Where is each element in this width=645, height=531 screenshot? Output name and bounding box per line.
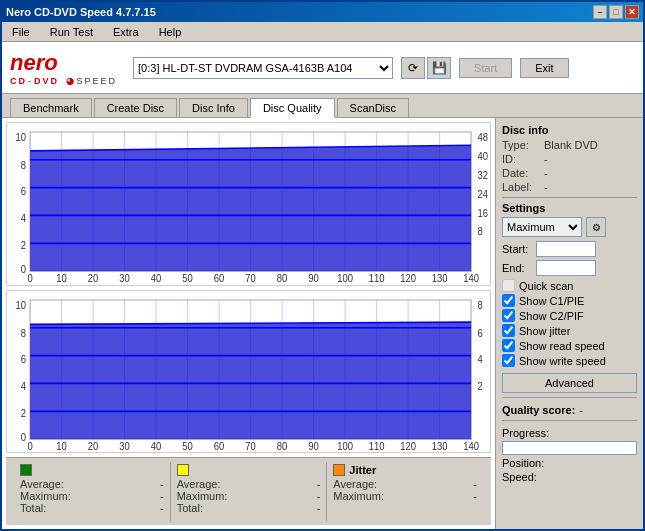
show-c1-checkbox[interactable]: [502, 294, 515, 307]
svg-text:100: 100: [337, 273, 353, 284]
start-input[interactable]: [536, 241, 596, 257]
svg-text:4: 4: [21, 213, 27, 224]
menu-run-test[interactable]: Run Test: [44, 24, 99, 40]
top-chart: 10 8 6 4 2 0 48 40 32 24 16 8: [6, 122, 491, 286]
svg-text:4: 4: [21, 380, 27, 391]
disc-type-label: Type:: [502, 139, 540, 151]
speed-select[interactable]: Maximum: [502, 217, 582, 237]
stat-title-3: Jitter: [349, 464, 376, 476]
tab-benchmark[interactable]: Benchmark: [10, 98, 92, 117]
header-icons: ⟳ 💾: [401, 57, 451, 79]
svg-text:70: 70: [245, 441, 256, 452]
right-panel: Disc info Type: Blank DVD ID: - Date: - …: [495, 118, 643, 529]
stat-max-label-1: Maximum:: [20, 490, 71, 502]
advanced-button[interactable]: Advanced: [502, 373, 637, 393]
svg-text:0: 0: [21, 264, 27, 275]
logo: nero CD-DVD ◕SPEED: [10, 50, 117, 86]
speed-label: Speed:: [502, 471, 537, 483]
tab-disc-info[interactable]: Disc Info: [179, 98, 248, 117]
stat-total-value-1: -: [160, 502, 164, 514]
drive-select-container[interactable]: [0:3] HL-DT-ST DVDRAM GSA-4163B A104: [133, 57, 393, 79]
disc-date-value: -: [544, 167, 548, 179]
show-jitter-checkbox[interactable]: [502, 324, 515, 337]
stat-color-1: [20, 464, 32, 476]
svg-text:110: 110: [369, 273, 385, 284]
logo-nero-text: nero: [10, 50, 58, 76]
svg-text:48: 48: [477, 132, 488, 143]
svg-text:10: 10: [15, 299, 26, 310]
svg-text:20: 20: [88, 441, 99, 452]
svg-text:60: 60: [214, 273, 225, 284]
progress-bar-container: [502, 441, 637, 455]
save-icon[interactable]: 💾: [427, 57, 451, 79]
stat-total-label-1: Total:: [20, 502, 46, 514]
settings-icon[interactable]: ⚙: [586, 217, 606, 237]
svg-text:50: 50: [182, 441, 193, 452]
stat-group-3: Jitter Average: - Maximum: -: [326, 462, 483, 521]
show-c2-label: Show C2/PIF: [519, 310, 584, 322]
svg-text:6: 6: [477, 327, 482, 338]
svg-marker-89: [30, 322, 471, 439]
menu-bar: File Run Test Extra Help: [2, 22, 643, 42]
menu-file[interactable]: File: [6, 24, 36, 40]
show-write-checkbox[interactable]: [502, 354, 515, 367]
minimize-button[interactable]: –: [593, 5, 607, 19]
refresh-icon[interactable]: ⟳: [401, 57, 425, 79]
svg-text:8: 8: [477, 226, 482, 237]
stat-max-value-2: -: [317, 490, 321, 502]
svg-text:10: 10: [15, 132, 26, 143]
settings-speed-row: Maximum ⚙: [502, 217, 637, 237]
menu-extra[interactable]: Extra: [107, 24, 145, 40]
quality-score-label: Quality score:: [502, 404, 575, 416]
stat-avg-label-1: Average:: [20, 478, 64, 490]
show-read-row: Show read speed: [502, 339, 637, 352]
show-c2-checkbox[interactable]: [502, 309, 515, 322]
end-input[interactable]: [536, 260, 596, 276]
start-button[interactable]: Start: [459, 58, 512, 78]
svg-text:90: 90: [308, 441, 319, 452]
svg-text:8: 8: [21, 159, 26, 170]
quick-scan-checkbox[interactable]: [502, 279, 515, 292]
svg-text:2: 2: [21, 407, 26, 418]
position-label: Position:: [502, 457, 544, 469]
maximize-button[interactable]: □: [609, 5, 623, 19]
title-bar: Nero CD-DVD Speed 4.7.7.15 – □ ✕: [2, 2, 643, 22]
show-read-label: Show read speed: [519, 340, 605, 352]
svg-text:40: 40: [151, 441, 162, 452]
top-chart-svg: 10 8 6 4 2 0 48 40 32 24 16 8: [7, 123, 490, 285]
tab-scan-disc[interactable]: ScanDisc: [337, 98, 409, 117]
progress-label: Progress:: [502, 427, 549, 439]
stat-max-value-3: -: [473, 490, 477, 502]
main-content: 10 8 6 4 2 0 48 40 32 24 16 8: [2, 118, 643, 529]
svg-text:120: 120: [400, 441, 416, 452]
stat-color-2: [177, 464, 189, 476]
svg-text:8: 8: [477, 299, 482, 310]
svg-text:120: 120: [400, 273, 416, 284]
menu-help[interactable]: Help: [153, 24, 188, 40]
tab-disc-quality[interactable]: Disc Quality: [250, 98, 335, 118]
stat-max-1: Maximum: -: [20, 490, 164, 502]
svg-text:4: 4: [477, 354, 483, 365]
start-input-row: Start:: [502, 241, 637, 257]
show-c2-row: Show C2/PIF: [502, 309, 637, 322]
svg-text:0: 0: [27, 441, 33, 452]
stat-total-value-2: -: [317, 502, 321, 514]
disc-label-label: Label:: [502, 181, 540, 193]
stat-total-1: Total: -: [20, 502, 164, 514]
svg-text:32: 32: [477, 169, 488, 180]
title-bar-text: Nero CD-DVD Speed 4.7.7.15: [6, 6, 156, 18]
stat-total-label-2: Total:: [177, 502, 203, 514]
svg-text:30: 30: [119, 273, 130, 284]
show-read-checkbox[interactable]: [502, 339, 515, 352]
tab-create-disc[interactable]: Create Disc: [94, 98, 177, 117]
svg-text:6: 6: [21, 354, 26, 365]
drive-dropdown[interactable]: [0:3] HL-DT-ST DVDRAM GSA-4163B A104: [133, 57, 393, 79]
close-button[interactable]: ✕: [625, 5, 639, 19]
position-row: Position:: [502, 457, 637, 469]
stat-avg-2: Average: -: [177, 478, 321, 490]
exit-button[interactable]: Exit: [520, 58, 568, 78]
quality-score-row: Quality score: -: [502, 404, 637, 416]
stat-total-2: Total: -: [177, 502, 321, 514]
svg-text:20: 20: [88, 273, 99, 284]
bottom-chart: 10 8 6 4 2 0 8 6 4 2: [6, 290, 491, 454]
